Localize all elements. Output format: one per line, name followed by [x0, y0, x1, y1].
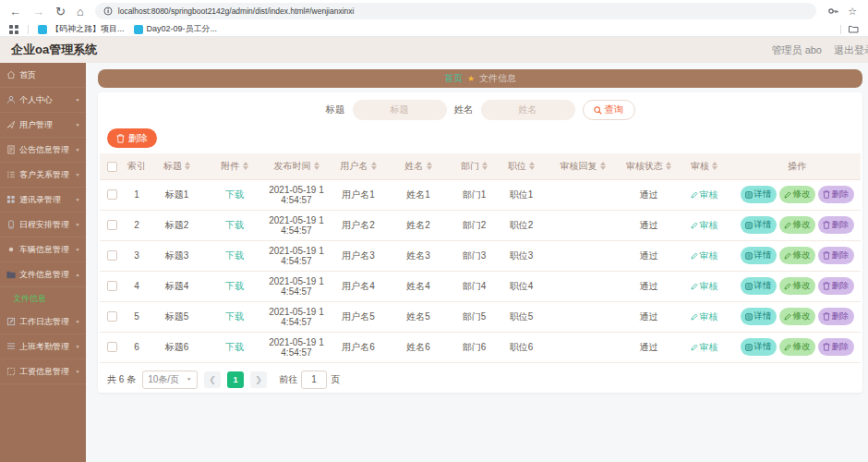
row-checkbox[interactable]	[107, 281, 117, 291]
download-link[interactable]: 下载	[225, 189, 244, 200]
edit-button[interactable]: 修改	[779, 308, 815, 325]
sidebar-item[interactable]: 车辆信息管理▼	[0, 237, 86, 262]
page-size-select[interactable]: 10条/页▼	[142, 371, 198, 389]
review-link[interactable]: 审核	[691, 341, 718, 354]
edit-button[interactable]: 修改	[779, 338, 815, 356]
sort-icon[interactable]	[314, 162, 319, 170]
site-info-icon[interactable]	[103, 6, 113, 16]
other-bookmarks-folder-icon[interactable]	[849, 25, 859, 33]
delete-row-button[interactable]: 删除	[818, 186, 854, 203]
sidebar-item[interactable]: 上班考勤管理▼	[0, 334, 86, 359]
bookmark-item[interactable]: Day02-09-员工分...	[134, 23, 218, 35]
row-checkbox[interactable]	[107, 342, 117, 352]
detail-button[interactable]: 详情	[741, 216, 777, 234]
delete-row-button[interactable]: 删除	[818, 216, 854, 234]
bookmark-item[interactable]: 【码神之路】项目...	[38, 23, 125, 35]
sort-icon[interactable]	[371, 162, 377, 170]
breadcrumb-home[interactable]: 首页	[444, 72, 463, 85]
edit-button[interactable]: 修改	[779, 216, 815, 234]
sidebar-item[interactable]: 公告信息管理▼	[0, 138, 86, 163]
apps-grid-icon[interactable]	[9, 25, 18, 34]
query-button[interactable]: 查询	[583, 100, 635, 120]
column-header[interactable]: 附件	[205, 153, 264, 179]
row-checkbox[interactable]	[107, 220, 117, 230]
menu-icon	[6, 342, 16, 351]
home-icon[interactable]: ⌂	[77, 6, 84, 18]
edit-button[interactable]: 修改	[779, 186, 815, 203]
sidebar-item[interactable]: 日程安排管理▼	[0, 213, 86, 237]
logout-button[interactable]: 退出登录	[834, 43, 868, 57]
edit-button[interactable]: 修改	[779, 277, 815, 295]
name-input[interactable]: 姓名	[481, 100, 575, 120]
delete-row-button[interactable]: 删除	[818, 308, 854, 325]
row-checkbox[interactable]	[107, 189, 117, 200]
forward-icon[interactable]: →	[32, 6, 44, 18]
select-all-checkbox[interactable]	[107, 162, 117, 172]
delete-row-button[interactable]: 删除	[818, 338, 854, 356]
prev-page-button[interactable]: ❮	[204, 371, 221, 388]
sort-icon[interactable]	[243, 162, 248, 170]
sort-icon[interactable]	[666, 162, 671, 170]
column-header[interactable]: 审核状态	[622, 153, 675, 179]
detail-button[interactable]: 详情	[741, 308, 777, 325]
page-number-button[interactable]: 1	[227, 371, 244, 388]
sort-icon[interactable]	[427, 162, 432, 170]
column-header[interactable]: 职位	[500, 153, 543, 179]
cell-username: 用户名3	[329, 240, 388, 271]
column-header[interactable]: 审核回复	[543, 153, 622, 179]
delete-row-button[interactable]: 删除	[818, 247, 854, 264]
sort-icon[interactable]	[712, 162, 717, 170]
review-link[interactable]: 审核	[691, 219, 718, 232]
sidebar-item[interactable]: 客户关系管理▼	[0, 163, 86, 188]
title-input[interactable]: 标题	[353, 100, 447, 120]
sort-icon[interactable]	[529, 162, 535, 170]
detail-button[interactable]: 详情	[741, 186, 777, 203]
address-bar[interactable]: localhost:8080/springboot2142g/admin/dis…	[95, 3, 816, 19]
download-link[interactable]: 下载	[225, 250, 244, 261]
row-checkbox[interactable]	[107, 250, 117, 261]
sort-icon[interactable]	[600, 162, 606, 170]
password-key-icon[interactable]	[827, 6, 838, 17]
cell-index: 2	[125, 210, 149, 240]
column-header[interactable]: 发布时间	[264, 153, 329, 179]
detail-button[interactable]: 详情	[741, 338, 777, 356]
back-icon[interactable]: ←	[9, 6, 21, 18]
column-header[interactable]: 审核	[675, 153, 733, 179]
reload-icon[interactable]: ↻	[55, 6, 66, 18]
delete-button[interactable]: 删除	[107, 128, 157, 148]
sidebar-item[interactable]: 文件信息管理▲	[0, 262, 86, 287]
download-link[interactable]: 下载	[225, 281, 244, 291]
document-icon	[745, 313, 753, 321]
cell-index: 1	[125, 179, 149, 210]
sidebar-item[interactable]: 用户管理▼	[0, 113, 86, 138]
sidebar-item[interactable]: 工资信息管理▼	[0, 359, 86, 384]
edit-button[interactable]: 修改	[779, 247, 815, 264]
sidebar-item[interactable]: 个人中心▼	[0, 88, 86, 113]
download-link[interactable]: 下载	[225, 342, 244, 352]
column-header[interactable]: 姓名	[388, 153, 449, 179]
detail-button[interactable]: 详情	[741, 247, 777, 264]
review-link[interactable]: 审核	[691, 249, 718, 262]
sort-icon[interactable]	[482, 162, 488, 170]
cell-position: 职位3	[500, 240, 543, 271]
column-header[interactable]: 部门	[449, 153, 500, 179]
bookmark-star-icon[interactable]: ☆	[848, 6, 857, 17]
review-link[interactable]: 审核	[691, 188, 718, 201]
sidebar-subitem[interactable]: 文件信息	[0, 287, 86, 310]
column-header[interactable]: 标题	[149, 153, 205, 179]
sort-icon[interactable]	[185, 162, 190, 170]
goto-page-input[interactable]: 1	[301, 371, 327, 389]
sidebar-item[interactable]: 通讯录管理▼	[0, 188, 86, 213]
review-link[interactable]: 审核	[691, 280, 718, 293]
row-checkbox[interactable]	[107, 311, 117, 322]
delete-row-button[interactable]: 删除	[818, 277, 854, 295]
cell-index: 6	[125, 332, 149, 362]
detail-button[interactable]: 详情	[741, 277, 777, 295]
sidebar-item[interactable]: 首页	[0, 63, 86, 88]
sidebar-item[interactable]: 工作日志管理▼	[0, 310, 86, 334]
column-header[interactable]: 用户名	[329, 153, 388, 179]
review-link[interactable]: 审核	[691, 310, 718, 323]
download-link[interactable]: 下载	[225, 311, 244, 322]
download-link[interactable]: 下载	[225, 220, 244, 230]
next-page-button[interactable]: ❯	[250, 371, 267, 388]
